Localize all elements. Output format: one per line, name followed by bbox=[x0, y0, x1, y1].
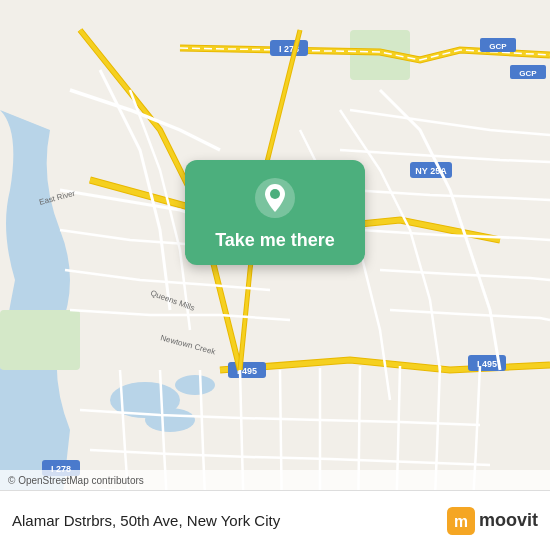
moovit-logo: m moovit bbox=[447, 507, 538, 535]
svg-point-26 bbox=[270, 189, 280, 199]
svg-text:GCP: GCP bbox=[519, 69, 537, 78]
moovit-icon: m bbox=[447, 507, 475, 535]
location-pin-icon bbox=[253, 176, 297, 220]
svg-rect-4 bbox=[0, 310, 80, 370]
location-label: Alamar Dstrbrs, 50th Ave, New York City bbox=[12, 512, 447, 529]
svg-point-3 bbox=[175, 375, 215, 395]
button-label: Take me there bbox=[215, 230, 335, 251]
attribution-text: © OpenStreetMap contributors bbox=[8, 475, 144, 486]
take-me-there-button[interactable]: Take me there bbox=[185, 160, 365, 265]
svg-text:GCP: GCP bbox=[489, 42, 507, 51]
map-background: I 278 NY 25 NY 25A I 495 I 495 I 278 bbox=[0, 0, 550, 550]
moovit-text: moovit bbox=[479, 510, 538, 531]
map-container: I 278 NY 25 NY 25A I 495 I 495 I 278 bbox=[0, 0, 550, 550]
attribution-bar: © OpenStreetMap contributors bbox=[0, 470, 550, 490]
svg-point-2 bbox=[145, 408, 195, 432]
info-bar: Alamar Dstrbrs, 50th Ave, New York City … bbox=[0, 490, 550, 550]
svg-text:m: m bbox=[454, 513, 468, 530]
